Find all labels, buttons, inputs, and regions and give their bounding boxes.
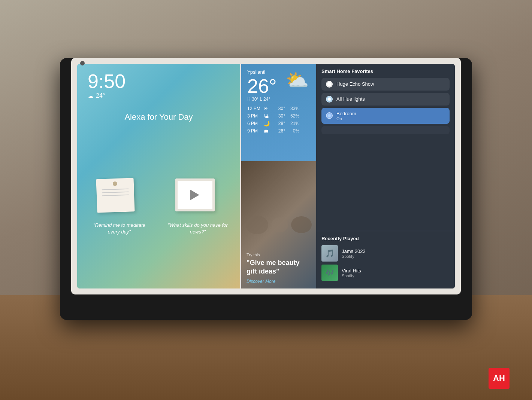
suggestion-text-1: "Remind me to meditate every day" xyxy=(88,222,151,235)
try-text: "Give me beauty gift ideas" xyxy=(247,259,311,276)
weather-row-4: 9 PM 🌧 26° 0% xyxy=(247,128,310,134)
news-icon xyxy=(175,178,220,216)
viral-info: Viral Hits Spotify xyxy=(342,268,361,278)
suggestion-card-1[interactable]: "Remind me to meditate every day" xyxy=(88,178,151,235)
monitor-frame: 9:50 ☁ 24° Alexa for Your Day xyxy=(60,58,472,320)
hue-all-label: All Hue lights xyxy=(336,96,365,102)
cloud-icon-large: ⛅ xyxy=(285,69,309,91)
viral-name: Viral Hits xyxy=(342,268,361,274)
recently-item-jams[interactable]: 🎵 Jams 2022 Spotify xyxy=(321,245,450,262)
weather-row-2: 3 PM 🌤 30° 52% xyxy=(247,113,310,119)
recently-item-viral[interactable]: 🎶 Viral Hits Spotify xyxy=(321,265,450,281)
clock: 9:50 xyxy=(88,71,230,91)
viral-thumb: 🎶 xyxy=(321,265,338,281)
play-icon xyxy=(190,190,199,200)
partly-cloudy-icon: 🌤 xyxy=(263,113,271,119)
smart-home-panel: Smart Home Favorites Huge Echo Show All … xyxy=(316,64,455,231)
suggestion-card-2[interactable]: "What skills do you have for news?" xyxy=(166,178,230,235)
weather-hi-lo: H 30° L 24° xyxy=(247,97,310,102)
discover-more[interactable]: Discover More xyxy=(247,279,311,284)
monitor-stand xyxy=(229,293,303,311)
camera-dot xyxy=(80,61,85,65)
left-panel: 9:50 ☁ 24° Alexa for Your Day xyxy=(77,64,240,289)
weather-hourly: 12 PM ☀ 30° 33% 3 PM 🌤 30° 52% xyxy=(247,106,310,134)
echo-label: Huge Echo Show xyxy=(336,81,374,87)
moon-icon: 🌙 xyxy=(263,120,271,126)
alexa-title: Alexa for Your Day xyxy=(88,112,230,122)
right-panels: Smart Home Favorites Huge Echo Show All … xyxy=(316,64,455,289)
time-display: 9:50 ☁ 24° xyxy=(88,71,230,100)
screen: 9:50 ☁ 24° Alexa for Your Day xyxy=(77,64,455,289)
hue-info-partial xyxy=(321,126,450,134)
suggestion-cards: "Remind me to meditate every day" "W xyxy=(88,133,230,281)
mini-temp: 24° xyxy=(96,92,105,99)
bedroom-label: Bedroom xyxy=(336,111,356,116)
bedroom-status: On xyxy=(336,116,356,121)
sun-icon: ☀ xyxy=(263,106,271,112)
suggestion-text-2: "What skills do you have for news?" xyxy=(166,222,230,235)
rain-icon: 🌧 xyxy=(263,128,271,134)
weather-row-3: 6 PM 🌙 28° 21% xyxy=(247,120,310,126)
weather-row-1: 12 PM ☀ 30° 33% xyxy=(247,106,310,112)
monitor-bezel: 9:50 ☁ 24° Alexa for Your Day xyxy=(71,58,461,295)
echo-icon xyxy=(326,81,333,88)
jams-thumb: 🎵 xyxy=(321,245,338,262)
bedroom-icon xyxy=(326,112,333,119)
weather-mini: ☁ 24° xyxy=(88,92,230,100)
note-icon xyxy=(97,178,142,216)
jams-source: Spotify xyxy=(342,254,366,259)
smart-home-title: Smart Home Favorites xyxy=(321,68,450,74)
ah-badge: AH xyxy=(489,368,510,389)
smart-item-bedroom[interactable]: Bedroom On xyxy=(321,108,450,124)
monitor-base xyxy=(214,312,318,320)
smart-item-echo[interactable]: Huge Echo Show xyxy=(321,78,450,91)
weather-panel[interactable]: Ypsilanti ⛅ 26° H 30° L 24° 12 PM ☀ xyxy=(241,64,316,161)
smart-item-hue-all[interactable]: All Hue lights xyxy=(321,93,450,106)
try-panel[interactable]: Try this "Give me beauty gift ideas" Dis… xyxy=(241,161,316,289)
hue-all-icon xyxy=(326,96,333,103)
jams-name: Jams 2022 xyxy=(342,248,366,254)
cloud-icon: ☁ xyxy=(88,92,94,100)
viral-source: Spotify xyxy=(342,274,361,278)
recently-played-panel: Recently Played 🎵 Jams 2022 Spotify xyxy=(316,231,455,288)
jams-info: Jams 2022 Spotify xyxy=(342,248,366,259)
try-overlay: Try this "Give me beauty gift ideas" Dis… xyxy=(241,248,316,289)
try-label: Try this xyxy=(247,253,311,257)
recently-played-title: Recently Played xyxy=(321,236,450,241)
